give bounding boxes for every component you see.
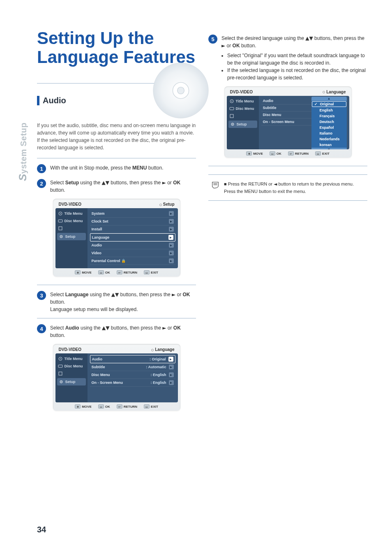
right-icon: ► — [162, 325, 166, 331]
page-title: Setting Up the Language Features — [37, 29, 196, 67]
dropdown-item[interactable]: Deutsch — [311, 119, 347, 125]
footer-move: ✥MOVE — [75, 270, 92, 274]
footer-return: ↩RETURN — [117, 270, 137, 274]
gear-icon — [59, 379, 64, 384]
sidebar-item-title-menu[interactable]: Title Menu — [227, 98, 259, 105]
updown-icon: ▲▼ — [101, 180, 109, 186]
check-icon: ✓ — [314, 102, 318, 106]
osd-footer: ✥MOVE ▭OK ↩RETURN ▭EXIT — [55, 268, 178, 276]
disc-icon — [229, 99, 234, 104]
note-text: ■ Press the RETURN or ◄ button to return… — [224, 181, 365, 195]
osd-panel-language: DVD-VIDEO Language Title Menu Disc Menu … — [53, 344, 180, 411]
sidebar-item-disc-menu[interactable]: Disc Menu — [55, 362, 88, 370]
side-tab: System Setup — [16, 123, 29, 181]
sidebar-item-title-menu[interactable]: Title Menu — [55, 210, 88, 217]
side-rest: ystem Setup — [19, 123, 28, 174]
dropdown-item[interactable]: korean — [311, 142, 347, 148]
scroll-up-icon[interactable]: ▲ — [311, 97, 347, 101]
svg-rect-12 — [59, 372, 62, 375]
osd-row-highlighted[interactable]: Language► — [90, 233, 175, 242]
title-line-1: Setting Up the — [37, 28, 154, 48]
footer-exit: ▭EXIT — [315, 151, 330, 156]
osd-dropdown[interactable]: ▲ ✓Original English Français Deutsch Esp… — [311, 97, 347, 149]
scroll-down-icon[interactable]: ▼ — [311, 148, 347, 149]
chevron-right-icon: ► — [169, 258, 174, 263]
step-text: Select Setup using the ▲▼ buttons, then … — [50, 179, 196, 194]
footer-move: ✥MOVE — [246, 151, 263, 156]
ok-key-icon: ▭ — [98, 270, 104, 274]
svg-rect-18 — [230, 114, 233, 118]
chevron-right-icon: ► — [168, 357, 173, 362]
sidebar-item-title-menu[interactable]: Title Menu — [55, 355, 88, 362]
chevron-right-icon: ► — [168, 235, 173, 240]
osd-row[interactable]: Parental Control 🔒► — [90, 257, 175, 265]
chevron-right-icon: ► — [169, 251, 174, 255]
osd-row-highlighted[interactable]: Audio: Original► — [90, 355, 175, 363]
footer-return: ↩RETURN — [288, 151, 309, 156]
svg-point-14 — [61, 381, 62, 382]
dropdown-item[interactable]: English — [311, 107, 347, 113]
sidebar-item-setup[interactable]: Setup — [57, 233, 86, 240]
page-number: 34 — [37, 525, 46, 534]
dpad-icon: ✥ — [75, 404, 81, 409]
sidebar-item-setup[interactable]: Setup — [57, 378, 86, 385]
card-icon — [58, 226, 63, 231]
osd-header: DVD-VIDEO Setup — [55, 201, 178, 208]
osd-brand: DVD-VIDEO — [59, 202, 82, 207]
osd-row[interactable]: Install► — [90, 225, 175, 233]
osd-footer: ✥MOVE ▭OK ↩RETURN ▭EXIT — [227, 149, 349, 157]
svg-rect-11 — [58, 365, 62, 367]
osd-row[interactable]: Video► — [90, 249, 175, 257]
dropdown-item[interactable]: Français — [311, 113, 347, 119]
step-number: 4 — [37, 324, 46, 333]
step-note: If the selected language is not recorded… — [227, 67, 367, 81]
footer-ok: ▭OK — [98, 270, 110, 274]
dropdown-item-selected[interactable]: ✓Original — [312, 101, 346, 107]
osd-row[interactable]: Subtitle: Automatic► — [90, 363, 175, 371]
return-key-icon: ↩ — [288, 151, 294, 156]
svg-point-20 — [232, 124, 233, 125]
card-icon — [58, 371, 63, 376]
dropdown-item[interactable]: Español — [311, 125, 347, 130]
sidebar-item-disc-menu[interactable]: Disc Menu — [55, 217, 88, 225]
footer-exit: ▭EXIT — [144, 270, 158, 274]
sidebar-item-blank — [227, 112, 259, 120]
osd-row[interactable]: Clock Set► — [90, 218, 175, 225]
footer-exit: ▭EXIT — [144, 404, 158, 409]
footer-return: ↩RETURN — [117, 404, 137, 409]
sidebar-item-blank — [55, 225, 88, 232]
osd-sidebar: Title Menu Disc Menu Setup — [227, 96, 259, 149]
osd-header: DVD-VIDEO Language — [227, 89, 349, 96]
divider — [37, 318, 196, 318]
note-icon — [211, 181, 220, 190]
svg-rect-17 — [230, 107, 234, 110]
sidebar-item-setup[interactable]: Setup — [228, 121, 257, 128]
step-number: 2 — [37, 179, 46, 188]
osd-row[interactable]: On - Screen Menu: English► — [90, 379, 175, 387]
exit-key-icon: ▭ — [144, 404, 150, 409]
chevron-right-icon: ► — [169, 211, 174, 216]
dropdown-item[interactable]: Nederlands — [311, 136, 347, 142]
chevron-right-icon: ► — [169, 243, 174, 248]
svg-rect-5 — [58, 220, 62, 222]
sidebar-item-disc-menu[interactable]: Disc Menu — [227, 105, 259, 112]
dropdown-item[interactable]: Italiano — [311, 130, 347, 136]
osd-panel-setup: DVD-VIDEO Setup Title Menu Disc Menu Set… — [53, 199, 180, 276]
step-text: Select Language using the ▲▼ buttons, th… — [50, 291, 196, 313]
return-key-icon: ↩ — [117, 404, 122, 409]
osd-row[interactable]: Disc Menu: English► — [90, 371, 175, 379]
osd-sidebar: Title Menu Disc Menu Setup — [55, 208, 88, 268]
divider — [208, 166, 367, 166]
footer-ok: ▭OK — [98, 404, 110, 409]
step-1: 1 With the unit in Stop mode, press the … — [37, 164, 196, 173]
osd-main: Audio: Original► Subtitle: Automatic► Di… — [88, 353, 178, 402]
step-5: 5 Select the desired language using the … — [208, 35, 367, 81]
step-3: 3 Select Language using the ▲▼ buttons, … — [37, 291, 196, 313]
osd-row[interactable]: System► — [90, 210, 175, 218]
osd-brand: DVD-VIDEO — [59, 347, 82, 352]
dvd-icon — [229, 106, 234, 111]
osd-brand: DVD-VIDEO — [230, 90, 253, 94]
gear-icon — [230, 122, 235, 127]
osd-row[interactable]: Audio► — [90, 242, 175, 249]
chevron-right-icon: ► — [169, 365, 174, 369]
